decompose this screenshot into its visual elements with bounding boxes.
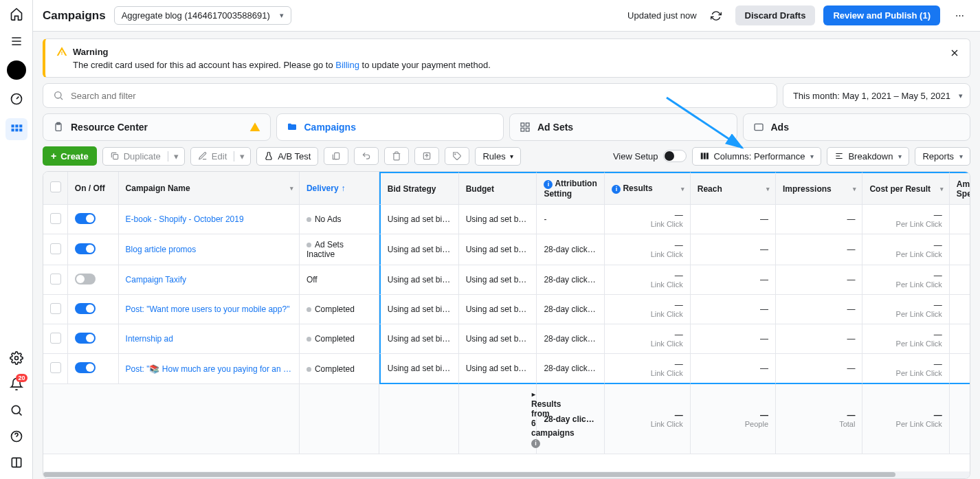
campaign-name-link[interactable]: E-book - Shopify - October 2019 xyxy=(126,214,292,224)
row-checkbox[interactable] xyxy=(50,362,61,373)
copy-icon-button[interactable] xyxy=(324,147,348,165)
warning-icon xyxy=(249,122,260,133)
header-budget[interactable]: Budget xyxy=(459,172,537,205)
chevron-down-icon[interactable]: ▾ xyxy=(290,185,293,192)
reach-cell: — xyxy=(691,265,776,295)
columns-label: Columns: Performance xyxy=(713,151,805,161)
header-onoff[interactable]: On / Off xyxy=(68,172,119,205)
table-row: Post: "📚 How much are you paying for an … xyxy=(43,354,970,384)
menu-icon[interactable] xyxy=(8,33,25,49)
chevron-down-icon[interactable]: ▾ xyxy=(234,151,250,161)
review-publish-button[interactable]: Review and Publish (1) xyxy=(823,5,940,25)
warning-text-1: The credit card used for this ad account… xyxy=(73,60,335,70)
cpr-summary: —Per Link Click xyxy=(862,384,949,454)
row-checkbox[interactable] xyxy=(50,213,61,224)
discard-drafts-button[interactable]: Discard Drafts xyxy=(735,5,816,25)
delete-icon-button[interactable] xyxy=(384,147,409,165)
row-toggle[interactable] xyxy=(75,243,96,254)
ab-test-button[interactable]: A/B Test xyxy=(256,147,318,166)
header-amount[interactable]: Amount Spent xyxy=(950,172,970,205)
horizontal-scrollbar[interactable] xyxy=(43,471,970,478)
chevron-down-icon[interactable]: ▾ xyxy=(168,151,184,161)
header-reach[interactable]: Reach▾ xyxy=(691,172,776,205)
delivery-cell: Completed xyxy=(300,354,379,384)
row-toggle[interactable] xyxy=(75,303,96,314)
header-name[interactable]: Campaign Name▾ xyxy=(119,172,300,205)
cpr-cell: —Per Link Click xyxy=(862,324,949,354)
ads-manager-icon[interactable] xyxy=(5,118,27,140)
info-icon: i xyxy=(612,185,621,194)
header-results[interactable]: iResults▾ xyxy=(605,172,690,205)
account-avatar[interactable] xyxy=(7,60,26,80)
panel-icon[interactable] xyxy=(8,454,25,471)
tab-resource-center[interactable]: Resource Center xyxy=(43,113,271,141)
search-rail-icon[interactable] xyxy=(8,402,25,419)
tab-adsets[interactable]: Ad Sets xyxy=(509,113,737,141)
more-menu-icon[interactable]: ⋯ xyxy=(948,5,970,27)
chevron-down-icon[interactable]: ▾ xyxy=(766,186,770,192)
budget-cell: Using ad set bu… xyxy=(459,205,537,234)
account-selector[interactable]: Aggregate blog (1464617003588691) xyxy=(114,6,291,25)
campaign-name-link[interactable]: Internship ad xyxy=(126,334,292,344)
info-icon: i xyxy=(544,180,553,189)
view-setup-toggle[interactable] xyxy=(663,150,687,162)
breakdown-selector[interactable]: Breakdown xyxy=(827,147,909,166)
row-checkbox[interactable] xyxy=(50,243,61,254)
cpr-cell: —Per Link Click xyxy=(862,265,949,295)
campaign-name-link[interactable]: Post: "Want more users to your mobile ap… xyxy=(126,304,292,314)
home-icon[interactable] xyxy=(8,5,25,22)
header-impressions[interactable]: Impressions▾ xyxy=(776,172,862,205)
left-nav-rail: 20 xyxy=(0,0,33,479)
export-icon-button[interactable] xyxy=(414,147,439,165)
tab-ads[interactable]: Ads xyxy=(743,113,971,141)
edit-button[interactable]: Edit▾ xyxy=(190,147,251,166)
row-toggle[interactable] xyxy=(75,333,96,344)
table-row: Blog article promosAd Sets InactiveUsing… xyxy=(43,234,970,265)
settings-icon[interactable] xyxy=(8,350,25,366)
header-checkbox[interactable] xyxy=(43,172,68,205)
breakdown-icon xyxy=(834,151,844,161)
header-attribution[interactable]: iAttribution Setting xyxy=(537,172,605,205)
help-icon[interactable] xyxy=(8,428,25,445)
row-toggle[interactable] xyxy=(75,274,96,285)
cpr-cell: —Per Link Click xyxy=(862,205,949,234)
date-range-selector[interactable]: This month: May 1, 2021 – May 5, 2021 xyxy=(783,83,970,108)
notifications-icon[interactable]: 20 xyxy=(8,376,25,392)
billing-link[interactable]: Billing xyxy=(335,60,359,70)
chevron-down-icon[interactable]: ▾ xyxy=(681,186,684,192)
campaign-name-link[interactable]: Post: "📚 How much are you paying for an … xyxy=(126,364,292,374)
search-input[interactable] xyxy=(71,91,767,101)
svg-rect-6 xyxy=(19,129,22,131)
chevron-down-icon[interactable]: ▾ xyxy=(853,186,856,192)
gauge-icon[interactable] xyxy=(8,91,25,107)
reports-selector[interactable]: Reports xyxy=(915,147,970,166)
cpr-cell: —Per Link Click xyxy=(862,234,949,265)
page-header: Campaigns Aggregate blog (14646170035886… xyxy=(33,0,980,32)
duplicate-button[interactable]: Duplicate▾ xyxy=(102,147,185,166)
row-checkbox[interactable] xyxy=(50,274,61,285)
header-delivery[interactable]: Delivery ↑ xyxy=(300,172,379,205)
create-button[interactable]: +Create xyxy=(43,146,97,166)
row-checkbox[interactable] xyxy=(50,333,61,344)
tab-campaigns[interactable]: Campaigns xyxy=(276,113,504,141)
undo-icon-button[interactable] xyxy=(354,147,379,165)
chevron-right-icon[interactable]: ▾ xyxy=(529,393,537,397)
columns-selector[interactable]: Columns: Performance xyxy=(692,147,821,166)
row-toggle[interactable] xyxy=(75,213,96,224)
search-filter[interactable] xyxy=(43,83,777,108)
rules-button[interactable]: Rules ▾ xyxy=(475,147,520,166)
budget-cell: Using ad set bu… xyxy=(459,234,537,265)
refresh-icon[interactable] xyxy=(705,5,727,27)
info-icon: i xyxy=(531,439,540,448)
close-icon[interactable] xyxy=(949,47,960,60)
tag-icon-button[interactable] xyxy=(445,147,469,165)
header-bid[interactable]: Bid Strategy xyxy=(379,172,459,205)
results-cell: —Link Click xyxy=(605,324,690,354)
reach-cell: — xyxy=(691,234,776,265)
header-cpr[interactable]: Cost per Result▾ xyxy=(862,172,949,205)
row-toggle[interactable] xyxy=(75,362,96,373)
campaign-name-link[interactable]: Campaign Taxify xyxy=(126,275,292,285)
chevron-down-icon[interactable]: ▾ xyxy=(940,186,944,192)
row-checkbox[interactable] xyxy=(50,303,61,314)
campaign-name-link[interactable]: Blog article promos xyxy=(126,245,292,254)
